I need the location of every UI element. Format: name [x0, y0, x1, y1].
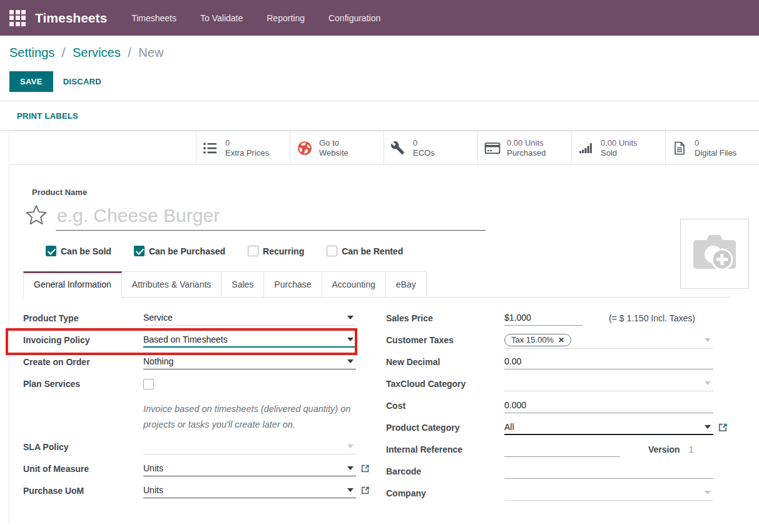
invoicing-policy-value: Based on Timesheets — [143, 334, 228, 344]
product-type-select[interactable]: Service — [143, 312, 356, 326]
stat-label: Sold — [601, 148, 638, 158]
create-on-order-label: Create on Order — [23, 356, 143, 367]
form-action-buttons: SAVE DISCARD — [0, 60, 759, 101]
checkbox-unchecked-icon — [327, 246, 337, 256]
breadcrumb-settings[interactable]: Settings — [9, 46, 54, 59]
menu-timesheets[interactable]: Timesheets — [120, 0, 188, 36]
list-icon — [203, 141, 220, 156]
stat-label: Website — [319, 148, 349, 158]
internal-reference-input[interactable] — [504, 443, 620, 457]
customer-taxes-label: Customer Taxes — [386, 334, 504, 345]
notebook-tabs: General Information Attributes & Variant… — [23, 271, 731, 298]
camera-plus-icon — [690, 231, 740, 276]
tab-accounting[interactable]: Accounting — [322, 271, 386, 297]
chevron-down-icon — [705, 425, 711, 429]
bar-chart-icon — [578, 141, 596, 156]
top-menu: Timesheets To Validate Reporting Configu… — [120, 0, 392, 36]
menu-reporting[interactable]: Reporting — [255, 0, 317, 36]
product-name-label: Product Name — [32, 188, 731, 197]
taxcloud-category-label: TaxCloud Category — [386, 378, 504, 389]
menu-to-validate[interactable]: To Validate — [188, 0, 255, 36]
checkbox-can-be-rented[interactable]: Can be Rented — [327, 246, 403, 256]
menu-configuration[interactable]: Configuration — [317, 0, 392, 36]
tab-ebay[interactable]: eBay — [386, 271, 427, 297]
tab-attributes-variants[interactable]: Attributes & Variants — [122, 271, 222, 297]
invoicing-policy-label: Invoicing Policy — [23, 334, 143, 345]
stat-label: Digital Files — [695, 148, 736, 158]
purchase-uom-label: Purchase UoM — [23, 484, 143, 496]
save-button[interactable]: SAVE — [9, 71, 53, 92]
version-value: 1 — [689, 443, 694, 454]
stat-value: 0 — [413, 138, 435, 148]
tab-general-information[interactable]: General Information — [23, 271, 122, 298]
chevron-down-icon — [347, 316, 354, 319]
remove-tax-icon[interactable]: ✕ — [558, 336, 564, 344]
purchase-uom-select[interactable]: Units — [143, 484, 356, 498]
checkbox-label: Recurring — [263, 246, 304, 256]
external-link-icon[interactable] — [360, 485, 370, 497]
stat-label: Extra Prices — [225, 148, 269, 158]
stat-label: Purchased — [507, 148, 546, 158]
checkbox-label: Can be Purchased — [149, 246, 225, 256]
sla-policy-label: SLA Policy — [23, 441, 143, 452]
stat-button-units-purchased[interactable]: 0.00 UnitsPurchased — [477, 131, 571, 164]
tab-purchase[interactable]: Purchase — [264, 271, 322, 297]
checkbox-label: Can be Sold — [61, 246, 111, 256]
stat-button-extra-prices[interactable]: 0Extra Prices — [196, 131, 290, 164]
breadcrumb-services[interactable]: Services — [73, 46, 121, 59]
price-incl-taxes-note: (= $ 1.150 Incl. Taxes) — [609, 312, 695, 323]
sales-price-value: $1.000 — [504, 313, 531, 323]
cost-input[interactable]: 0.000 — [504, 399, 713, 413]
discard-button[interactable]: DISCARD — [63, 77, 101, 86]
invoicing-policy-row-highlighted: Invoicing Policy Based on Timesheets — [23, 332, 356, 354]
internal-reference-label: Internal Reference — [386, 443, 504, 454]
checkbox-can-be-purchased[interactable]: Can be Purchased — [134, 246, 225, 256]
plan-services-label: Plan Services — [23, 378, 143, 389]
product-image-placeholder[interactable] — [680, 219, 749, 289]
new-decimal-input[interactable]: 0.00 — [504, 356, 713, 369]
tab-sales[interactable]: Sales — [222, 271, 264, 297]
product-category-select[interactable]: All — [504, 421, 713, 435]
sla-policy-select[interactable] — [143, 441, 356, 454]
stat-button-bar: 0Extra Prices Go toWebsite 0ECOs 0.00 Un… — [9, 131, 759, 165]
stat-button-ecos[interactable]: 0ECOs — [384, 131, 477, 164]
breadcrumb: Settings / Services / New — [0, 36, 759, 60]
version-label: Version — [648, 443, 680, 454]
checkbox-label: Can be Rented — [342, 246, 403, 256]
purchase-uom-value: Units — [143, 485, 163, 495]
chevron-down-icon — [705, 338, 711, 342]
breadcrumb-separator: / — [62, 46, 66, 59]
create-on-order-select[interactable]: Nothing — [143, 356, 356, 369]
company-label: Company — [386, 487, 504, 498]
apps-menu-button[interactable] — [5, 6, 30, 31]
taxcloud-category-select[interactable] — [504, 378, 713, 391]
favorite-star-icon[interactable] — [24, 203, 48, 229]
checkbox-recurring[interactable]: Recurring — [248, 246, 304, 256]
external-link-icon[interactable] — [360, 463, 370, 475]
tax-tag-label: Tax 15.00% — [511, 335, 554, 344]
create-on-order-value: Nothing — [143, 356, 173, 366]
product-name-input[interactable] — [56, 205, 486, 231]
wrench-icon — [390, 141, 408, 155]
product-flags-row: Can be Sold Can be Purchased Recurring C… — [46, 246, 731, 256]
app-brand[interactable]: Timesheets — [35, 11, 107, 26]
invoicing-policy-select[interactable]: Based on Timesheets — [143, 334, 356, 348]
checkbox-can-be-sold[interactable]: Can be Sold — [46, 246, 111, 256]
sales-price-input[interactable]: $1.000 — [504, 312, 583, 326]
company-select[interactable] — [504, 487, 713, 501]
plan-services-checkbox[interactable] — [143, 379, 154, 389]
customer-taxes-field[interactable]: Tax 15.00% ✕ — [504, 334, 713, 349]
barcode-input[interactable] — [504, 465, 713, 479]
product-type-label: Product Type — [23, 312, 143, 323]
unit-of-measure-select[interactable]: Units — [143, 463, 356, 476]
stat-button-units-sold[interactable]: 0.00 UnitsSold — [571, 131, 665, 164]
stat-button-go-to-website[interactable]: Go toWebsite — [290, 131, 384, 164]
product-form-sheet: 0Extra Prices Go toWebsite 0ECOs 0.00 Un… — [9, 131, 759, 524]
external-link-icon[interactable] — [718, 422, 728, 434]
file-icon — [672, 141, 690, 156]
new-decimal-value: 0.00 — [504, 356, 521, 366]
stat-button-digital-files[interactable]: 0Digital Files — [665, 131, 759, 164]
stat-label: ECOs — [413, 148, 435, 158]
print-labels-button[interactable]: PRINT LABELS — [17, 111, 78, 121]
breadcrumb-current: New — [138, 46, 163, 59]
